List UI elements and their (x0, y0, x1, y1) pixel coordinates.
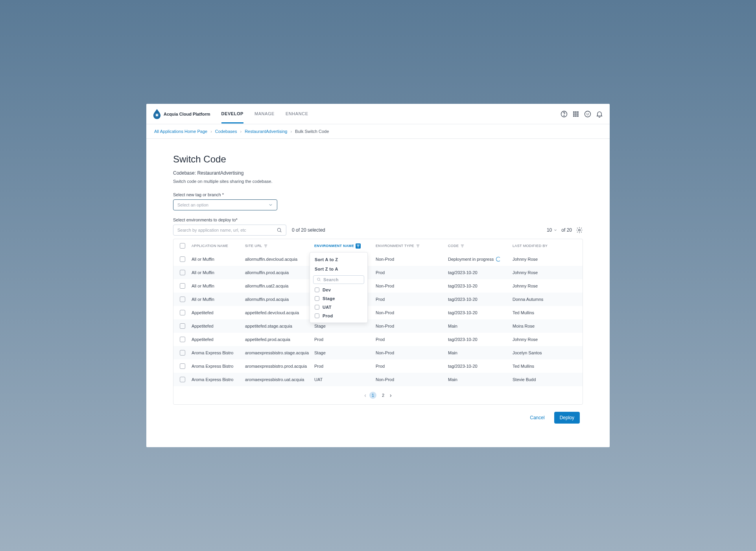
cell-app: All or Muffin (192, 297, 245, 302)
cell-url: appetitefed.stage.acquia (245, 324, 314, 328)
toolbar: Search by application name, url, etc 0 o… (173, 225, 583, 236)
cell-app: Aroma Express Bistro (192, 350, 245, 355)
spinner-icon (496, 257, 501, 262)
sort-za[interactable]: Sort Z to A (310, 264, 367, 274)
tab-enhance[interactable]: ENHANCE (286, 104, 308, 123)
cell-type: Prod (376, 270, 448, 275)
sort-az[interactable]: Sort A to Z (310, 255, 367, 264)
apps-icon[interactable] (572, 110, 580, 118)
tab-develop[interactable]: DEVELOP (221, 104, 243, 123)
crumb-project[interactable]: RestaurantAdvertising (245, 129, 287, 134)
row-checkbox[interactable] (180, 310, 185, 315)
cell-url: allormuffin.uat2.acquia (245, 284, 314, 288)
prev-page[interactable]: ‹ (364, 392, 366, 398)
gear-icon[interactable] (576, 227, 583, 234)
row-checkbox[interactable] (180, 323, 185, 329)
crumb-home[interactable]: All Applications Home Page (154, 129, 207, 134)
cell-env: UAT (314, 377, 376, 382)
cell-url: aromaexpressbistro.stage.acquia (245, 350, 314, 355)
row-checkbox[interactable] (180, 350, 185, 356)
help-icon[interactable] (560, 110, 568, 118)
filter-option-prod[interactable]: Prod (310, 311, 367, 320)
cell-type: Non-Prod (376, 257, 448, 262)
col-url[interactable]: SITE URL (245, 244, 314, 248)
cell-url: allormuffin.prod.acquia (245, 297, 314, 302)
cell-env: Stage (314, 324, 376, 328)
codebase-subtitle: Codebase: RestaurantAdvertising (173, 170, 583, 176)
top-icons: U (560, 110, 603, 118)
table-header: APPLICATION NAME SITE URL ENVIRONMENT NA… (173, 239, 583, 252)
cell-env: Stage (314, 350, 376, 355)
selected-count: 0 of 20 selected (292, 227, 325, 233)
cell-env: Prod (314, 337, 376, 342)
cell-app: Appetitefed (192, 324, 245, 328)
cell-app: Aroma Express Bistro (192, 377, 245, 382)
cell-app: All or Muffin (192, 284, 245, 288)
logo[interactable]: Acquia Cloud Platform (153, 109, 210, 119)
search-icon (277, 227, 282, 233)
chevron-right-icon: › (210, 129, 212, 134)
search-input[interactable]: Search by application name, url, etc (173, 225, 286, 236)
tag-select[interactable]: Select an option (173, 199, 277, 210)
cell-env: Prod (314, 364, 376, 369)
row-checkbox[interactable] (180, 270, 185, 275)
next-page[interactable]: › (390, 392, 392, 398)
svg-rect-7 (575, 113, 576, 114)
page-1[interactable]: 1 (369, 392, 376, 399)
chevron-down-icon (553, 228, 557, 232)
filter-search[interactable]: Search (313, 275, 364, 284)
col-app[interactable]: APPLICATION NAME (192, 244, 245, 248)
cell-type: Non-Prod (376, 310, 448, 315)
cell-by: Moira Rose (513, 324, 582, 328)
row-checkbox[interactable] (180, 297, 185, 302)
col-env-name[interactable]: ENVIRONMENT NAME Sort A to Z Sort Z to A… (314, 243, 376, 249)
bell-icon[interactable] (596, 110, 603, 118)
row-checkbox[interactable] (180, 337, 185, 342)
crumb-codebases[interactable]: Codebases (215, 129, 237, 134)
table-row: Appetitefed appetitefed.prod.acquia Prod… (173, 333, 583, 346)
select-all-checkbox[interactable] (180, 243, 185, 249)
col-code[interactable]: CODE (448, 244, 513, 248)
environments-table: APPLICATION NAME SITE URL ENVIRONMENT NA… (173, 239, 583, 405)
search-placeholder: Search by application name, url, etc (177, 228, 246, 232)
env-label: Select environments to deploy to* (173, 217, 583, 222)
table-row: All or Muffin allormuffin.prod.acquia Pr… (173, 266, 583, 279)
row-checkbox[interactable] (180, 377, 185, 382)
cell-url: aromaexpressbistro.prod.acquia (245, 364, 314, 369)
filter-option-stage[interactable]: Stage (310, 294, 367, 303)
cancel-button[interactable]: Cancel (527, 412, 547, 424)
user-icon[interactable]: U (584, 110, 592, 118)
deploy-button[interactable]: Deploy (554, 412, 580, 424)
cell-code: tag/2023-10-20 (448, 337, 513, 342)
col-modified[interactable]: LAST MODIFIED BY (513, 244, 582, 248)
chevron-right-icon: › (290, 129, 292, 134)
svg-point-2 (564, 115, 564, 116)
page-size-select[interactable]: 10 (547, 227, 557, 233)
row-checkbox[interactable] (180, 363, 185, 369)
cell-type: Non-Prod (376, 377, 448, 382)
cell-by: Johnny Rose (513, 337, 582, 342)
cell-url: allormuffin.devcloud.acquia (245, 257, 314, 262)
table-row: Aroma Express Bistro aromaexpressbistro.… (173, 359, 583, 373)
cell-url: appetitefed.prod.acquia (245, 337, 314, 342)
filter-icon-active[interactable] (356, 243, 361, 249)
cell-by: Donna Autumns (513, 297, 582, 302)
filter-option-dev[interactable]: Dev (310, 286, 367, 294)
page-size: 10 of 20 (547, 227, 583, 234)
filter-icon[interactable] (460, 244, 465, 248)
filter-icon[interactable] (264, 244, 268, 248)
row-checkbox[interactable] (180, 256, 185, 262)
col-env-type[interactable]: ENVIRONMENT TYPE (376, 244, 448, 248)
cell-type: Prod (376, 297, 448, 302)
svg-rect-4 (575, 111, 576, 112)
cell-by: Johnny Rose (513, 257, 582, 262)
table-row: All or Muffin allormuffin.prod.acquia Pr… (173, 293, 583, 306)
cell-type: Prod (376, 364, 448, 369)
topbar: Acquia Cloud Platform DEVELOP MANAGE ENH… (146, 104, 610, 124)
cell-url: appetitefed.devcloud.acquia (245, 310, 314, 315)
tab-manage[interactable]: MANAGE (254, 104, 275, 123)
filter-icon[interactable] (416, 244, 420, 248)
page-2[interactable]: 2 (380, 392, 387, 399)
filter-option-uat[interactable]: UAT (310, 303, 367, 311)
row-checkbox[interactable] (180, 283, 185, 289)
